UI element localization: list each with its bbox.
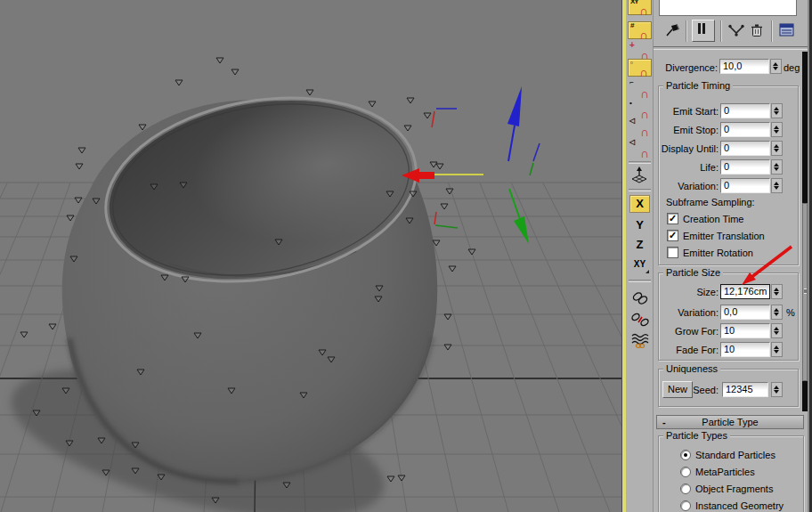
- viewport-canvas[interactable]: [0, 0, 621, 512]
- snap-edge[interactable]: ◁∩: [628, 139, 652, 157]
- flyout-corner-icon: [646, 270, 649, 273]
- new-seed-button[interactable]: New: [662, 381, 693, 398]
- divergence-unit: deg: [784, 62, 800, 73]
- remove-modifier-icon: [749, 22, 765, 38]
- magnet-icon: ∩: [639, 67, 648, 78]
- timing-life-spinner[interactable]: [771, 159, 783, 175]
- radio-label: Instanced Geometry: [695, 500, 784, 511]
- use-transform-center-icon[interactable]: [628, 166, 652, 183]
- radio-metaparticles[interactable]: [680, 467, 691, 477]
- particle-timing-group: Particle Timing Subframe Sampling: Emit …: [658, 85, 799, 265]
- snap-edge-glyph: ◁: [629, 138, 634, 146]
- restrict-xy-plane-button[interactable]: XY: [629, 256, 650, 274]
- size-growfor-field[interactable]: 10: [720, 323, 770, 338]
- unlink-selection-button[interactable]: [629, 312, 651, 328]
- rollout-collapse-icon: -: [662, 416, 666, 428]
- configure-modifier-sets-icon: [778, 22, 796, 37]
- size-growfor-label: Grow For:: [659, 326, 719, 337]
- modifier-stack-list[interactable]: [659, 0, 797, 16]
- select-and-link-button[interactable]: [629, 290, 651, 306]
- timing-emitstart-field[interactable]: 0: [720, 103, 770, 118]
- size-variation-spinner[interactable]: [771, 305, 783, 320]
- seed-field[interactable]: 12345: [722, 382, 768, 397]
- uniqueness-group: Uniqueness New Seed: 12345: [658, 369, 799, 407]
- checkbox-creation-time[interactable]: ✓: [667, 213, 678, 224]
- remove-modifier-button[interactable]: [749, 22, 765, 38]
- radio-instanced-geometry[interactable]: [680, 500, 691, 511]
- size-fadefor-label: Fade For:: [659, 345, 719, 355]
- seed-spinner[interactable]: [771, 382, 783, 397]
- snap-pivot[interactable]: +∩: [628, 41, 652, 59]
- size-fadefor-field[interactable]: 10: [720, 342, 770, 357]
- divergence-spinner[interactable]: [770, 59, 782, 74]
- divergence-field[interactable]: 10,0: [719, 59, 769, 74]
- particle-type-rollout-header[interactable]: - Particle Type: [656, 415, 804, 429]
- bind-to-space-warp-button[interactable]: [629, 332, 651, 348]
- size-growfor-spinner[interactable]: [771, 323, 783, 338]
- checkbox-label: Emitter Rotation: [683, 248, 753, 258]
- restrict-y-button[interactable]: Y: [629, 217, 650, 235]
- snap-endpoint[interactable]: ⌐∩: [628, 79, 652, 97]
- unlink-selection-icon: [629, 312, 651, 328]
- radio-label: Standard Particles: [695, 450, 775, 460]
- snap-grid-glyph: #: [630, 21, 633, 29]
- particle-types-title: Particle Types: [663, 430, 730, 441]
- select-and-link-icon: [629, 290, 651, 306]
- magnet-icon: ∩: [639, 5, 648, 17]
- snap-grid[interactable]: #∩: [628, 21, 652, 39]
- snap-pivot-glyph: +: [629, 40, 634, 50]
- timing-variation-spinner[interactable]: [771, 178, 783, 193]
- radio-object-fragments[interactable]: [680, 484, 691, 494]
- particle-type-rollout-title: Particle Type: [702, 417, 758, 427]
- snaps-axis-toolbar: XY∩#∩+∩▫∩⌐∩•∩◁∩◁∩XYZXY: [626, 0, 654, 512]
- snap-vertex[interactable]: ▫∩: [628, 59, 652, 77]
- timing-emitstop-spinner[interactable]: [771, 122, 783, 137]
- toolbar-separator: [629, 189, 651, 191]
- particle-timing-title: Particle Timing: [663, 80, 733, 91]
- timing-displayuntil-spinner[interactable]: [771, 141, 783, 156]
- particle-size-title: Particle Size: [663, 267, 723, 278]
- timing-variation-field[interactable]: 0: [720, 178, 770, 193]
- size-variation-label: Variation:: [659, 307, 719, 318]
- checkbox-label: Emitter Translation: [683, 231, 765, 241]
- pin-stack-button[interactable]: [664, 22, 682, 38]
- timing-displayuntil-field[interactable]: 0: [720, 141, 770, 156]
- size-variation-field[interactable]: 0,0: [720, 305, 770, 320]
- toolbar-separator: [771, 20, 773, 42]
- restrict-x-button[interactable]: X: [629, 195, 650, 213]
- transform-center-glyph: [628, 166, 652, 183]
- timing-emitstop-field[interactable]: 0: [720, 122, 770, 137]
- pin-stack-icon: [664, 22, 682, 38]
- checkbox-emitter-rotation[interactable]: [667, 247, 678, 258]
- timing-emitstart-spinner[interactable]: [771, 103, 783, 118]
- snap-normal-glyph: ◁: [629, 117, 634, 125]
- configure-modifier-sets-button[interactable]: [778, 22, 796, 37]
- snap-normal[interactable]: ◁∩: [628, 118, 652, 135]
- magnet-icon: ∩: [640, 88, 649, 100]
- size-size-field[interactable]: 12,176cm: [720, 284, 770, 299]
- radio-label: Object Fragments: [695, 484, 773, 494]
- snap-midpoint[interactable]: •∩: [628, 100, 652, 118]
- command-panel: Divergence: 10,0 deg Particle Timing Sub…: [654, 0, 808, 512]
- size-size-spinner[interactable]: [771, 284, 783, 299]
- show-end-result-button[interactable]: [692, 20, 715, 42]
- timing-emitstop-label: Emit Stop:: [659, 125, 719, 135]
- panel-separator: [654, 46, 808, 50]
- toolbar-separator: [720, 20, 722, 42]
- size-size-label: Size:: [659, 287, 719, 297]
- radio-standard-particles[interactable]: [680, 450, 691, 460]
- make-unique-button[interactable]: [727, 23, 746, 37]
- radio-label: MetaParticles: [695, 467, 755, 477]
- particle-size-group: Particle Size Size:12,176cmVariation:0,0…: [658, 272, 799, 361]
- snap-xy[interactable]: XY∩: [628, 0, 652, 15]
- toolbar-separator: [629, 280, 651, 282]
- timing-life-label: Life:: [659, 162, 719, 173]
- magnet-icon: ∩: [640, 148, 649, 159]
- divergence-label: Divergence:: [654, 62, 718, 73]
- checkbox-emitter-translation[interactable]: ✓: [667, 230, 678, 241]
- size-fadefor-spinner[interactable]: [771, 342, 783, 357]
- restrict-z-button[interactable]: Z: [629, 237, 650, 255]
- timing-life-field[interactable]: 0: [720, 159, 770, 175]
- toolbar-separator: [629, 161, 651, 164]
- timing-variation-label: Variation:: [659, 181, 719, 191]
